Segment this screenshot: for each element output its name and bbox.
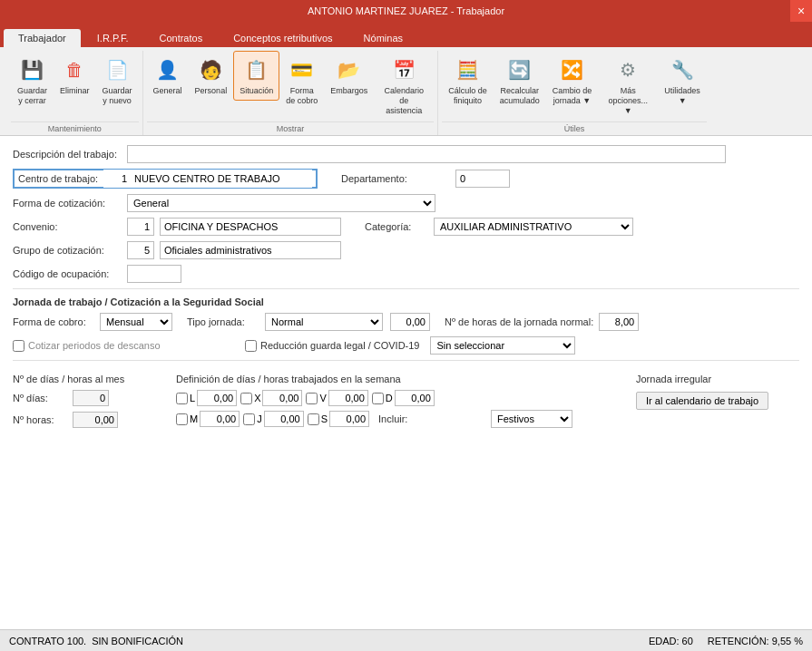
day-V-check[interactable]: [306, 393, 318, 404]
codigo-ocupacion-label: Código de ocupación:: [13, 268, 122, 279]
convenio-num-input[interactable]: [127, 218, 154, 236]
day-S-label: S: [321, 413, 328, 424]
day-V-cell: V: [306, 390, 367, 406]
definicion-section: Definición de días / horas trabajados en…: [176, 366, 618, 428]
calendario-button[interactable]: 📅 Calendariode asistencia: [374, 51, 434, 120]
day-X-cell: X: [240, 390, 302, 406]
day-J-cell: J: [243, 411, 304, 427]
tipo-jornada-num-input[interactable]: [390, 313, 430, 331]
embargos-button[interactable]: 📂 Embargos: [324, 51, 374, 101]
embargos-label: Embargos: [330, 86, 367, 96]
day-S-input[interactable]: [329, 411, 369, 427]
day-M-cell: M: [176, 411, 240, 427]
centro-trabajo-name-input[interactable]: [131, 170, 312, 188]
day-L-check[interactable]: [176, 393, 188, 404]
day-X-input[interactable]: [262, 390, 302, 406]
section-divider-2: [13, 360, 799, 361]
tipo-jornada-select[interactable]: Normal: [265, 313, 383, 331]
utilidades-button[interactable]: 🔧 Utilidades▼: [658, 51, 707, 111]
dias-horas-section: Nº de días / horas al mes Nº días: Nº ho…: [13, 366, 158, 433]
forma-cobro-row-label: Forma de cobro:: [13, 316, 94, 327]
calendario-icon: 📅: [389, 55, 418, 84]
jornada-main-row: Forma de cobro: Mensual Tipo jornada: No…: [13, 313, 799, 331]
reduccion-select[interactable]: Sin seleccionar: [430, 336, 575, 355]
guardar-cerrar-button[interactable]: 💾 Guardary cerrar: [11, 51, 54, 111]
day-D-check[interactable]: [372, 393, 384, 404]
incluir-label: Incluir:: [378, 413, 487, 424]
day-J-input[interactable]: [264, 411, 304, 427]
personal-icon: 🧑: [196, 55, 225, 84]
day-M-input[interactable]: [200, 411, 240, 427]
grupo-cotizacion-name-input[interactable]: [160, 241, 341, 259]
ribbon: 💾 Guardary cerrar 🗑 Eliminar 📄 Guardary …: [0, 47, 812, 136]
cambio-jornada-button[interactable]: 🔀 Cambio dejornada ▼: [546, 51, 599, 111]
situacion-button[interactable]: 📋 Situación: [233, 51, 279, 101]
incluir-select[interactable]: Festivos: [491, 410, 572, 428]
grupo-cotizacion-num-input[interactable]: [127, 241, 154, 259]
general-button[interactable]: 👤 General: [147, 51, 189, 101]
day-V-input[interactable]: [328, 390, 368, 406]
guardar-nuevo-label: Guardary nuevo: [103, 86, 132, 106]
codigo-ocupacion-input[interactable]: [127, 265, 181, 283]
title-bar: ANTONIO MARTINEZ JUAREZ - Trabajador ×: [0, 0, 812, 22]
day-J-check[interactable]: [243, 413, 255, 425]
mas-opciones-button[interactable]: ⚙ Másopciones... ▼: [598, 51, 658, 120]
close-button[interactable]: ×: [790, 0, 812, 22]
personal-button[interactable]: 🧑 Personal: [189, 51, 234, 101]
centro-trabajo-label: Centro de trabajo:: [18, 173, 98, 184]
reduccion-checkbox[interactable]: [245, 340, 257, 352]
ir-calendario-button[interactable]: Ir al calendario de trabajo: [636, 392, 768, 410]
num-dias-input[interactable]: [73, 390, 109, 406]
forma-cotizacion-select[interactable]: General: [127, 194, 435, 212]
convenio-name-input[interactable]: [160, 218, 341, 236]
tab-nominas[interactable]: Nóminas: [349, 29, 417, 47]
utiles-label: Útiles: [442, 121, 707, 133]
departamento-input[interactable]: [455, 170, 510, 188]
day-L-input[interactable]: [197, 390, 237, 406]
calculo-finiquito-label: Cálculo definiquito: [448, 86, 487, 106]
calculo-finiquito-button[interactable]: 🧮 Cálculo definiquito: [442, 51, 494, 111]
recalcular-label: Recalcularacumulado: [500, 86, 540, 106]
definicion-label: Definición de días / horas trabajados en…: [176, 374, 618, 384]
centro-trabajo-num-input[interactable]: [103, 170, 131, 188]
day-X-label: X: [254, 393, 260, 403]
cotizar-descanso-checkbox[interactable]: [13, 340, 24, 352]
recalcular-button[interactable]: 🔄 Recalcularacumulado: [494, 51, 546, 111]
contrato-label: CONTRATO 100.: [9, 636, 86, 646]
ribbon-group-utiles: 🧮 Cálculo definiquito 🔄 Recalcularacumul…: [438, 51, 710, 135]
eliminar-label: Eliminar: [60, 86, 90, 96]
forma-cobro-select[interactable]: Mensual: [100, 313, 172, 331]
horas-jornada-input[interactable]: [599, 313, 639, 331]
calc-icon: 🧮: [454, 55, 483, 84]
num-dias-row: Nº días:: [13, 390, 158, 406]
forma-cobro-button[interactable]: 💳 Formade cobro: [279, 51, 324, 111]
utilidades-label: Utilidades▼: [664, 86, 700, 106]
situacion-icon: 📋: [242, 55, 271, 84]
day-M-check[interactable]: [176, 413, 188, 425]
section-divider-1: [13, 288, 799, 289]
reduccion-label: Reducción guarda legal / COVID-19: [260, 340, 419, 351]
day-D-input[interactable]: [395, 390, 435, 406]
categoria-select[interactable]: AUXILIAR ADMINISTRATIVO: [434, 218, 633, 236]
day-X-check[interactable]: [240, 393, 252, 404]
num-horas-input[interactable]: [73, 412, 118, 428]
eliminar-button[interactable]: 🗑 Eliminar: [54, 51, 96, 101]
tab-irpf[interactable]: I.R.P.F.: [83, 29, 143, 47]
day-J-label: J: [257, 413, 262, 424]
personal-label: Personal: [195, 86, 228, 96]
num-dias-label: Nº días:: [13, 393, 67, 403]
calendario-label: Calendariode asistencia: [380, 86, 427, 115]
general-label: General: [153, 86, 182, 96]
tab-trabajador[interactable]: Trabajador: [4, 29, 81, 47]
codigo-ocupacion-row: Código de ocupación:: [13, 265, 799, 283]
cambio-jornada-icon: 🔀: [558, 55, 587, 84]
guardar-nuevo-button[interactable]: 📄 Guardary nuevo: [96, 51, 139, 111]
descripcion-input[interactable]: [127, 145, 726, 163]
edad-value: 60: [682, 636, 693, 646]
tab-conceptos[interactable]: Conceptos retributivos: [219, 29, 347, 47]
tab-contratos[interactable]: Contratos: [144, 29, 217, 47]
day-S-check[interactable]: [308, 413, 319, 425]
cotizar-reduccion-row: Cotizar periodos de descanso Reducción g…: [13, 336, 799, 355]
retencion-value: 9,55 %: [772, 636, 803, 646]
retencion-label: RETENCIÓN:: [708, 636, 769, 646]
